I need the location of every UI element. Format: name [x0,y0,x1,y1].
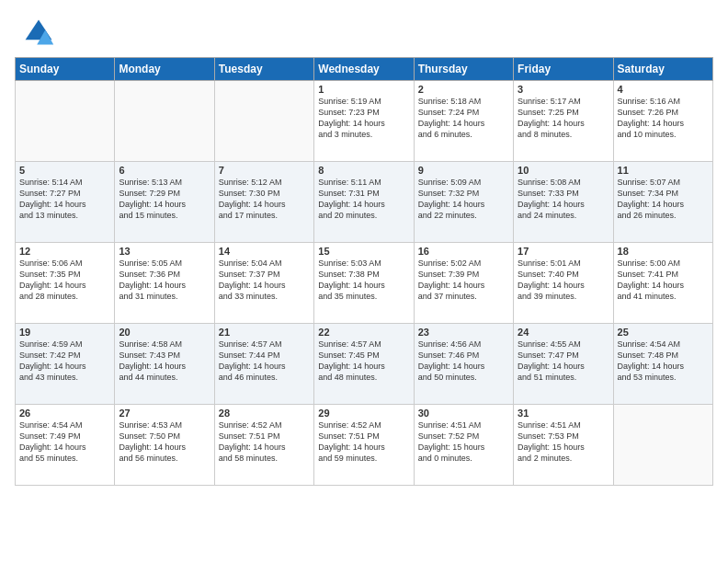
day-number: 13 [119,246,210,257]
day-info: Sunrise: 5:14 AM Sunset: 7:27 PM Dayligh… [19,177,110,222]
calendar-day-cell: 30Sunrise: 4:51 AM Sunset: 7:52 PM Dayli… [414,405,513,486]
day-number: 9 [418,165,509,176]
calendar-day-cell: 20Sunrise: 4:58 AM Sunset: 7:43 PM Dayli… [115,324,214,405]
calendar-day-cell: 23Sunrise: 4:56 AM Sunset: 7:46 PM Dayli… [414,324,513,405]
calendar-day-cell: 4Sunrise: 5:16 AM Sunset: 7:26 PM Daylig… [613,81,712,162]
calendar-table: SundayMondayTuesdayWednesdayThursdayFrid… [15,57,713,486]
day-info: Sunrise: 4:52 AM Sunset: 7:51 PM Dayligh… [219,419,310,465]
calendar-day-cell: 16Sunrise: 5:02 AM Sunset: 7:39 PM Dayli… [414,243,513,324]
weekday-header: Monday [115,58,214,81]
day-number: 15 [318,246,409,257]
day-info: Sunrise: 5:04 AM Sunset: 7:37 PM Dayligh… [219,258,310,303]
calendar-day-cell: 17Sunrise: 5:01 AM Sunset: 7:40 PM Dayli… [514,243,613,324]
calendar-day-cell: 9Sunrise: 5:09 AM Sunset: 7:32 PM Daylig… [414,162,513,243]
day-info: Sunrise: 4:53 AM Sunset: 7:50 PM Dayligh… [119,419,210,465]
day-number: 11 [618,165,709,176]
calendar-week-row: 1Sunrise: 5:19 AM Sunset: 7:23 PM Daylig… [16,81,713,162]
day-info: Sunrise: 5:07 AM Sunset: 7:34 PM Dayligh… [618,177,709,222]
day-info: Sunrise: 5:06 AM Sunset: 7:35 PM Dayligh… [19,258,110,303]
day-info: Sunrise: 4:56 AM Sunset: 7:46 PM Dayligh… [418,339,509,384]
logo-icon [22,17,55,50]
day-info: Sunrise: 5:18 AM Sunset: 7:24 PM Dayligh… [418,96,509,141]
day-info: Sunrise: 4:57 AM Sunset: 7:45 PM Dayligh… [318,339,409,384]
day-number: 31 [518,408,609,419]
day-number: 7 [219,165,310,176]
day-number: 29 [318,408,409,419]
weekday-header: Friday [514,58,613,81]
day-info: Sunrise: 4:51 AM Sunset: 7:53 PM Dayligh… [518,419,609,465]
day-number: 6 [119,165,210,176]
page-header [0,0,728,57]
day-info: Sunrise: 5:13 AM Sunset: 7:29 PM Dayligh… [119,177,210,222]
calendar-day-cell: 21Sunrise: 4:57 AM Sunset: 7:44 PM Dayli… [214,324,313,405]
calendar-day-cell [613,405,712,486]
calendar-day-cell: 12Sunrise: 5:06 AM Sunset: 7:35 PM Dayli… [16,243,115,324]
day-number: 12 [19,246,110,257]
weekday-header: Saturday [613,58,712,81]
day-number: 28 [219,408,310,419]
weekday-header: Tuesday [214,58,313,81]
day-number: 1 [318,84,409,95]
calendar-day-cell: 11Sunrise: 5:07 AM Sunset: 7:34 PM Dayli… [613,162,712,243]
day-number: 25 [618,327,709,338]
day-info: Sunrise: 4:59 AM Sunset: 7:42 PM Dayligh… [19,339,110,384]
day-info: Sunrise: 5:11 AM Sunset: 7:31 PM Dayligh… [318,177,409,222]
calendar-day-cell: 25Sunrise: 4:54 AM Sunset: 7:48 PM Dayli… [613,324,712,405]
calendar-day-cell: 7Sunrise: 5:12 AM Sunset: 7:30 PM Daylig… [214,162,313,243]
calendar-day-cell: 6Sunrise: 5:13 AM Sunset: 7:29 PM Daylig… [115,162,214,243]
day-number: 14 [219,246,310,257]
calendar-day-cell: 15Sunrise: 5:03 AM Sunset: 7:38 PM Dayli… [314,243,414,324]
day-info: Sunrise: 4:52 AM Sunset: 7:51 PM Dayligh… [318,419,409,465]
logo [22,17,61,50]
day-number: 30 [418,408,509,419]
day-info: Sunrise: 4:51 AM Sunset: 7:52 PM Dayligh… [418,419,509,465]
calendar-week-row: 12Sunrise: 5:06 AM Sunset: 7:35 PM Dayli… [16,243,713,324]
day-info: Sunrise: 5:17 AM Sunset: 7:25 PM Dayligh… [518,96,609,141]
weekday-header: Thursday [414,58,513,81]
calendar-day-cell [115,81,214,162]
day-number: 5 [19,165,110,176]
calendar-day-cell: 14Sunrise: 5:04 AM Sunset: 7:37 PM Dayli… [214,243,313,324]
day-info: Sunrise: 5:09 AM Sunset: 7:32 PM Dayligh… [418,177,509,222]
day-info: Sunrise: 5:08 AM Sunset: 7:33 PM Dayligh… [518,177,609,222]
day-info: Sunrise: 5:12 AM Sunset: 7:30 PM Dayligh… [219,177,310,222]
day-info: Sunrise: 5:03 AM Sunset: 7:38 PM Dayligh… [318,258,409,303]
calendar-day-cell: 10Sunrise: 5:08 AM Sunset: 7:33 PM Dayli… [514,162,613,243]
day-number: 3 [518,84,609,95]
calendar-day-cell: 13Sunrise: 5:05 AM Sunset: 7:36 PM Dayli… [115,243,214,324]
calendar-day-cell: 27Sunrise: 4:53 AM Sunset: 7:50 PM Dayli… [115,405,214,486]
day-info: Sunrise: 5:16 AM Sunset: 7:26 PM Dayligh… [618,96,709,141]
day-info: Sunrise: 4:54 AM Sunset: 7:49 PM Dayligh… [19,419,110,465]
day-number: 19 [19,327,110,338]
day-number: 27 [119,408,210,419]
calendar-day-cell: 1Sunrise: 5:19 AM Sunset: 7:23 PM Daylig… [314,81,414,162]
day-number: 8 [318,165,409,176]
day-info: Sunrise: 5:19 AM Sunset: 7:23 PM Dayligh… [318,96,409,141]
calendar-week-row: 19Sunrise: 4:59 AM Sunset: 7:42 PM Dayli… [16,324,713,405]
calendar-day-cell: 26Sunrise: 4:54 AM Sunset: 7:49 PM Dayli… [16,405,115,486]
day-number: 18 [618,246,709,257]
calendar-week-row: 5Sunrise: 5:14 AM Sunset: 7:27 PM Daylig… [16,162,713,243]
day-number: 23 [418,327,509,338]
weekday-header: Sunday [16,58,115,81]
calendar-day-cell [16,81,115,162]
calendar-day-cell: 18Sunrise: 5:00 AM Sunset: 7:41 PM Dayli… [613,243,712,324]
calendar-day-cell: 19Sunrise: 4:59 AM Sunset: 7:42 PM Dayli… [16,324,115,405]
day-number: 22 [318,327,409,338]
day-number: 21 [219,327,310,338]
day-number: 26 [19,408,110,419]
day-number: 20 [119,327,210,338]
calendar-day-cell: 28Sunrise: 4:52 AM Sunset: 7:51 PM Dayli… [214,405,313,486]
calendar-day-cell [214,81,313,162]
day-info: Sunrise: 5:00 AM Sunset: 7:41 PM Dayligh… [618,258,709,303]
day-info: Sunrise: 4:58 AM Sunset: 7:43 PM Dayligh… [119,339,210,384]
day-info: Sunrise: 4:57 AM Sunset: 7:44 PM Dayligh… [219,339,310,384]
calendar-day-cell: 3Sunrise: 5:17 AM Sunset: 7:25 PM Daylig… [514,81,613,162]
calendar-day-cell: 29Sunrise: 4:52 AM Sunset: 7:51 PM Dayli… [314,405,414,486]
calendar-day-cell: 24Sunrise: 4:55 AM Sunset: 7:47 PM Dayli… [514,324,613,405]
day-number: 24 [518,327,609,338]
day-info: Sunrise: 4:55 AM Sunset: 7:47 PM Dayligh… [518,339,609,384]
day-info: Sunrise: 5:02 AM Sunset: 7:39 PM Dayligh… [418,258,509,303]
calendar-day-cell: 8Sunrise: 5:11 AM Sunset: 7:31 PM Daylig… [314,162,414,243]
calendar-day-cell: 22Sunrise: 4:57 AM Sunset: 7:45 PM Dayli… [314,324,414,405]
